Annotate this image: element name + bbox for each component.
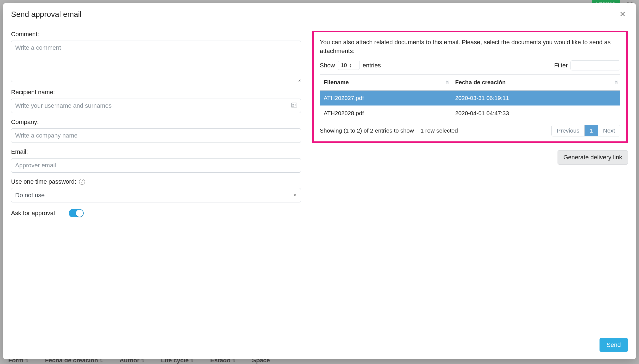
generate-delivery-link-button[interactable]: Generate delivery link [558,150,628,165]
recipient-label: Recipient name: [11,89,301,96]
comment-input[interactable] [11,41,301,82]
chevron-down-icon: ▼ [293,193,297,197]
toggle-knob [76,210,83,217]
modal-body: Comment: Recipient name: [3,25,636,338]
svg-point-1 [292,104,294,105]
cell-created: 2020-03-31 06:19:11 [451,90,620,106]
pagination: Previous 1 Next [551,125,620,136]
cell-filename: ATH202028.pdf [320,105,451,121]
left-form-column: Comment: Recipient name: [11,31,301,335]
email-label: Email: [11,148,301,155]
datatable-controls: Show 10 ▲▼ entries Filter [320,60,620,70]
selected-text: 1 row selected [421,127,458,134]
sort-icon: ⇅ [446,80,448,85]
close-icon[interactable]: ✕ [617,9,628,19]
page-1-button[interactable]: 1 [585,125,598,136]
send-button[interactable]: Send [600,338,628,352]
company-input[interactable] [11,128,301,143]
previous-button[interactable]: Previous [552,125,585,136]
modal-header: Send approval email ✕ [3,3,636,25]
contact-card-icon [291,103,297,109]
otp-label: Use one time password: i [11,178,301,185]
modal-title: Send approval email [11,10,81,19]
select-carets-icon: ▲▼ [349,64,352,67]
attachments-highlight-box: You can also attach related documents to… [312,31,628,143]
show-label: Show [320,62,335,69]
table-row[interactable]: ATH202028.pdf 2020-04-01 04:47:33 [320,105,620,121]
comment-label: Comment: [11,31,301,38]
cell-filename: ATH202027.pdf [320,90,451,106]
sort-icon: ⇅ [615,80,617,85]
datatable-footer: Showing (1 to 2) of 2 entries to show 1 … [320,125,620,136]
email-input[interactable] [11,158,301,173]
approval-label: Ask for approval [11,210,55,217]
recipient-input[interactable] [11,99,301,113]
company-label: Company: [11,118,301,126]
table-row[interactable]: ATH202027.pdf 2020-03-31 06:19:11 [320,90,620,106]
col-created[interactable]: Fecha de creación ⇅ [451,74,620,90]
approval-toggle[interactable] [69,209,84,217]
otp-value: Do not use [15,192,44,199]
send-approval-modal: Send approval email ✕ Comment: Recipient… [3,3,636,359]
filter-input[interactable] [571,60,620,70]
modal-footer: Send [3,338,636,359]
next-button[interactable]: Next [598,125,620,136]
entries-value: 10 [341,62,347,68]
entries-select[interactable]: 10 ▲▼ [338,61,360,70]
filter-label: Filter [554,62,568,69]
otp-select[interactable]: Do not use ▼ [11,188,301,202]
attachments-table: Filename ⇅ Fecha de creación ⇅ ATH202027… [320,74,620,121]
attachments-intro: You can also attach related documents to… [320,38,620,56]
showing-text: Showing (1 to 2) of 2 entries to show [320,127,414,134]
col-filename[interactable]: Filename ⇅ [320,74,451,90]
entries-label: entries [363,62,381,69]
cell-created: 2020-04-01 04:47:33 [451,105,620,121]
info-icon: i [79,179,85,185]
right-attachments-column: You can also attach related documents to… [312,31,628,335]
